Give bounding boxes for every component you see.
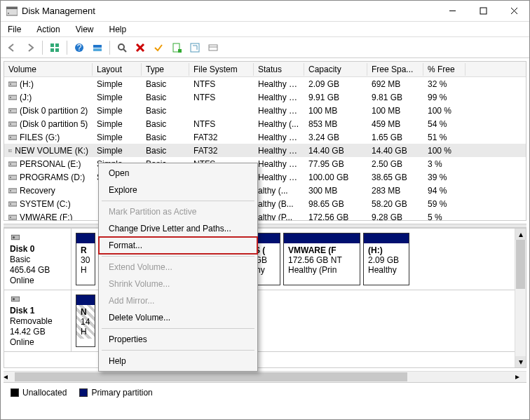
- disk-name: Disk 0: [10, 244, 65, 254]
- menu-help[interactable]: Help: [107, 23, 130, 36]
- volume-pct: 32 %: [423, 79, 466, 90]
- forward-icon[interactable]: [22, 39, 39, 56]
- ctx-change-drive-letter-and-paths[interactable]: Change Drive Letter and Paths...: [99, 220, 257, 237]
- hscroll-thumb[interactable]: [15, 372, 407, 381]
- menu-view[interactable]: View: [73, 23, 97, 36]
- volume-fs: FAT32: [189, 145, 254, 156]
- volume-row[interactable]: Recoveryalthy (...300 MB283 MB94 %: [4, 184, 526, 197]
- volume-pct: 54 %: [423, 118, 466, 130]
- legend-unallocated: Unallocated: [11, 388, 67, 398]
- disk-size: 14.42 GB: [10, 327, 65, 337]
- col-layout[interactable]: Layout: [93, 63, 142, 76]
- ctx-properties[interactable]: Properties: [99, 331, 257, 348]
- drive-icon: [8, 174, 17, 181]
- delete-x-icon[interactable]: [132, 39, 149, 56]
- search-icon[interactable]: [114, 39, 130, 56]
- partition[interactable]: (H:)2.09 GBHealthy: [363, 233, 409, 285]
- volume-free: 283 MB: [367, 185, 423, 196]
- window-root: Disk Management FileActionViewHelp ? Vol…: [0, 0, 530, 420]
- volume-row[interactable]: VMWARE (F:)althy (P...172.56 GB9.28 GB5 …: [4, 210, 526, 221]
- doc-new-icon[interactable]: [168, 39, 185, 56]
- scroll-right-arrow[interactable]: ▸: [515, 372, 526, 382]
- disk-label[interactable]: Disk 1Removable14.42 GBOnline: [4, 290, 72, 351]
- col-fs[interactable]: File System: [189, 63, 254, 76]
- volume-row[interactable]: PROGRAMS (D:)SimpleBasicNTFSHealthy (P..…: [4, 170, 526, 184]
- volume-pct: 39 %: [423, 172, 466, 183]
- disk-vscrollbar[interactable]: ▴ ▾: [515, 229, 526, 367]
- minimize-button[interactable]: [437, 1, 468, 22]
- ctx-open[interactable]: Open: [99, 165, 257, 182]
- props-icon[interactable]: [205, 39, 222, 56]
- help-icon[interactable]: ?: [71, 39, 88, 56]
- col-pct[interactable]: % Free: [423, 63, 466, 76]
- maximize-button[interactable]: [468, 1, 498, 22]
- partition[interactable]: N14H: [76, 294, 95, 347]
- volume-row[interactable]: (Disk 0 partition 5)SimpleBasicNTFSHealt…: [4, 117, 526, 130]
- menu-action[interactable]: Action: [34, 23, 62, 36]
- scroll-down-arrow[interactable]: ▾: [515, 356, 526, 367]
- svg-rect-38: [8, 175, 17, 179]
- partition[interactable]: VMWARE (F172.56 GB NTHealthy (Prin: [283, 233, 360, 285]
- volume-name: FILES (G:): [20, 133, 60, 142]
- ctx-separator: [102, 256, 254, 257]
- ctx-shrink-volume: Shrink Volume...: [99, 276, 257, 292]
- volume-status: althy (B...: [254, 198, 304, 210]
- disk-kind: Removable: [10, 316, 65, 326]
- volume-capacity: 853 MB: [304, 118, 367, 130]
- drive-icon: [8, 161, 17, 168]
- drive-icon: [8, 147, 12, 154]
- volume-layout: Simple: [93, 118, 142, 130]
- volume-type: Basic: [142, 92, 189, 103]
- ctx-format[interactable]: Format...: [99, 237, 257, 254]
- volume-name: (J:): [20, 93, 32, 102]
- volume-status: Healthy (P...: [254, 145, 304, 156]
- svg-point-49: [13, 298, 15, 300]
- ctx-explore[interactable]: Explore: [99, 182, 257, 198]
- disk-row: Disk 0Basic465.64 GBOnlineR30HPERSONAL77…: [4, 229, 526, 290]
- volume-row[interactable]: FILES (G:)SimpleBasicFAT32Healthy (P...3…: [4, 130, 526, 144]
- volume-status: Healthy (P...: [254, 158, 304, 170]
- disk-state: Online: [10, 276, 65, 285]
- volume-capacity: 100.00 GB: [304, 172, 367, 183]
- volume-row[interactable]: (H:)SimpleBasicNTFSHealthy (P...2.09 GB6…: [4, 77, 526, 90]
- volume-name: PERSONAL (E:): [20, 159, 81, 169]
- volume-capacity: 2.09 GB: [304, 79, 367, 90]
- volume-row[interactable]: (J:)SimpleBasicNTFSHealthy (P...9.91 GB9…: [4, 90, 526, 104]
- svg-rect-14: [93, 48, 102, 51]
- volume-name: Recovery: [20, 186, 55, 196]
- volume-row[interactable]: (Disk 0 partition 2)SimpleBasicHealthy (…: [4, 104, 526, 117]
- ctx-help[interactable]: Help: [99, 353, 257, 370]
- scroll-thumb[interactable]: [516, 240, 525, 289]
- volume-free: 9.81 GB: [367, 92, 423, 103]
- scroll-up-arrow[interactable]: ▴: [515, 229, 526, 240]
- volume-type: Basic: [142, 79, 189, 90]
- scroll-left-arrow[interactable]: ◂: [4, 372, 15, 382]
- menu-file[interactable]: File: [5, 23, 24, 36]
- disk-label[interactable]: Disk 0Basic465.64 GBOnline: [4, 229, 72, 290]
- partition[interactable]: R30H: [76, 233, 95, 285]
- grid-icon[interactable]: [46, 39, 63, 56]
- ctx-delete-volume[interactable]: Delete Volume...: [99, 309, 257, 326]
- close-button[interactable]: [498, 1, 529, 22]
- svg-point-43: [10, 203, 11, 205]
- check-icon[interactable]: [150, 39, 167, 56]
- svg-rect-32: [8, 135, 17, 140]
- col-free[interactable]: Free Spa...: [367, 63, 423, 76]
- volume-free: 692 MB: [367, 79, 423, 90]
- partition-body: VMWARE (F172.56 GB NTHealthy (Prin: [284, 243, 360, 277]
- col-capacity[interactable]: Capacity: [304, 63, 367, 76]
- volume-row[interactable]: PERSONAL (E:)SimpleBasicNTFSHealthy (P..…: [4, 157, 526, 170]
- col-type[interactable]: Type: [142, 63, 189, 76]
- disk-hscrollbar[interactable]: ◂ ▸: [4, 371, 526, 382]
- refresh-icon[interactable]: [186, 39, 203, 56]
- volume-row[interactable]: SYSTEM (C:)althy (B...98.65 GB58.20 GB59…: [4, 197, 526, 210]
- volume-row[interactable]: NEW VOLUME (K:)SimpleBasicFAT32Healthy (…: [4, 144, 526, 157]
- back-icon[interactable]: [4, 39, 20, 56]
- blue-layers-icon[interactable]: [89, 39, 106, 56]
- col-volume[interactable]: Volume: [4, 63, 93, 76]
- volume-free: 2.50 GB: [367, 158, 423, 170]
- volume-body: (H:)SimpleBasicNTFSHealthy (P...2.09 GB6…: [4, 77, 526, 221]
- col-status[interactable]: Status: [254, 63, 304, 76]
- drive-icon: [8, 81, 17, 88]
- volume-free: 58.20 GB: [367, 198, 423, 210]
